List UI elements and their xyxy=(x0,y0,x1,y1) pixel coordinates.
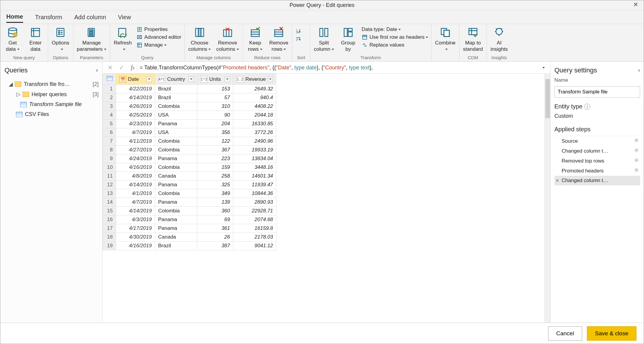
cell-revenue[interactable]: 4408.22 xyxy=(233,102,276,111)
refresh-button[interactable]: Refresh xyxy=(112,26,134,53)
filter-button[interactable] xyxy=(189,77,194,82)
cell-units[interactable]: 349 xyxy=(197,189,233,198)
step-promoted-headers[interactable]: Promoted headers xyxy=(554,166,640,176)
properties-button[interactable]: Properties xyxy=(135,26,182,33)
collapse-queries-button[interactable]: ‹ xyxy=(96,66,98,74)
cell-revenue[interactable]: 2044.18 xyxy=(233,111,276,120)
cell-country[interactable]: Colombia xyxy=(155,163,197,172)
cell-units[interactable]: 361 xyxy=(197,224,233,233)
replace-values-button[interactable]: Replace values xyxy=(360,41,429,49)
enter-data-button[interactable]: Enterdata xyxy=(25,26,46,53)
cell-revenue[interactable]: 3772.26 xyxy=(233,128,276,137)
row-number[interactable]: 9 xyxy=(103,154,116,163)
cell-units[interactable]: 159 xyxy=(197,163,233,172)
cell-units[interactable]: 139 xyxy=(197,198,233,207)
cell-revenue[interactable]: 3448.16 xyxy=(233,163,276,172)
cell-date[interactable]: 4/16/2019 xyxy=(116,242,155,250)
row-number[interactable]: 16 xyxy=(103,215,116,224)
cell-date[interactable]: 4/7/2019 xyxy=(116,198,155,207)
queries-item-transform-sample[interactable]: Transform Sample file xyxy=(3,99,100,109)
fx-icon[interactable]: fx xyxy=(128,64,137,71)
options-button[interactable]: Options xyxy=(50,26,71,53)
gear-icon[interactable] xyxy=(634,158,639,164)
row-number[interactable]: 14 xyxy=(103,198,116,207)
cell-country[interactable]: Panama xyxy=(155,198,197,207)
cell-date[interactable]: 4/26/2019 xyxy=(116,102,155,111)
cell-units[interactable]: 26 xyxy=(197,233,233,242)
cell-units[interactable]: 325 xyxy=(197,181,233,189)
row-number[interactable]: 5 xyxy=(103,120,116,128)
table-row[interactable]: 184/30/2019Canada262178.03 xyxy=(103,233,276,242)
group-by-button[interactable]: Groupby xyxy=(338,26,359,53)
step-changed-column-types-2[interactable]: Changed column t… xyxy=(554,176,640,185)
row-number[interactable]: 11 xyxy=(103,172,116,181)
queries-item-csv-files[interactable]: CSV Files xyxy=(3,109,100,119)
filter-button[interactable] xyxy=(146,77,152,82)
formula-text[interactable]: = Table.TransformColumnTypes(#"Promoted … xyxy=(140,64,536,71)
table-row[interactable]: 124/14/2019Panama32511939.47 xyxy=(103,181,276,189)
get-data-button[interactable]: Getdata xyxy=(2,26,23,53)
table-row[interactable]: 34/26/2019Colombia3104408.22 xyxy=(103,102,276,111)
cell-revenue[interactable]: 2490.96 xyxy=(233,137,276,146)
cell-date[interactable]: 4/11/2019 xyxy=(116,137,155,146)
row-number[interactable]: 3 xyxy=(103,102,116,111)
cell-country[interactable]: Brazil xyxy=(155,93,197,102)
formula-expand-button[interactable] xyxy=(538,64,547,71)
decimal-type-icon[interactable]: 1.2 xyxy=(236,76,244,83)
table-row[interactable]: 194/16/2019Brazil3879041.12 xyxy=(103,242,276,250)
remove-columns-button[interactable]: Removecolumns xyxy=(214,26,241,53)
cell-units[interactable]: 204 xyxy=(197,120,233,128)
cell-date[interactable]: 4/30/2019 xyxy=(116,233,155,242)
formula-cancel-button[interactable]: ✕ xyxy=(106,64,115,71)
cell-date[interactable]: 4/14/2019 xyxy=(116,93,155,102)
cell-country[interactable]: Panama xyxy=(155,224,197,233)
cell-date[interactable]: 4/14/2019 xyxy=(116,207,155,215)
cell-revenue[interactable]: 11939.47 xyxy=(233,181,276,189)
cell-units[interactable]: 90 xyxy=(197,111,233,120)
row-number[interactable]: 15 xyxy=(103,207,116,215)
table-row[interactable]: 54/23/2019Panama20416330.85 xyxy=(103,120,276,128)
cell-units[interactable]: 310 xyxy=(197,102,233,111)
manage-parameters-button[interactable]: Manageparameters xyxy=(75,26,108,53)
row-number[interactable]: 19 xyxy=(103,242,116,250)
date-type-icon[interactable]: 📅 xyxy=(119,76,126,83)
step-changed-column-types-1[interactable]: Changed column t… xyxy=(554,146,640,156)
cell-units[interactable]: 57 xyxy=(197,93,233,102)
cell-country[interactable]: USA xyxy=(155,128,197,137)
table-row[interactable]: 64/7/2019USA3563772.26 xyxy=(103,128,276,137)
use-first-row-button[interactable]: Use first row as headers xyxy=(360,34,429,41)
map-to-standard-button[interactable]: Map tostandard xyxy=(461,26,485,53)
vertical-scrollbar[interactable] xyxy=(544,74,550,323)
close-button[interactable]: ✕ xyxy=(630,1,641,8)
gear-icon[interactable] xyxy=(634,138,639,144)
collapse-arrow-icon[interactable]: ◢ xyxy=(9,81,12,87)
cell-revenue[interactable]: 16330.85 xyxy=(233,120,276,128)
row-number[interactable]: 4 xyxy=(103,111,116,120)
cell-date[interactable]: 4/14/2019 xyxy=(116,181,155,189)
cell-date[interactable]: 4/16/2019 xyxy=(116,163,155,172)
queries-folder-transform[interactable]: ◢ Transform file fro… [2] xyxy=(3,79,100,89)
cell-country[interactable]: Colombia xyxy=(155,207,197,215)
cell-country[interactable]: Panama xyxy=(155,154,197,163)
table-row[interactable]: 134/1/2019Colombia34910844.36 xyxy=(103,189,276,198)
table-row[interactable]: 74/11/2019Colombia1222490.96 xyxy=(103,137,276,146)
advanced-editor-button[interactable]: Advanced editor xyxy=(135,34,182,41)
sort-asc-button[interactable] xyxy=(294,28,302,35)
cell-revenue[interactable]: 10844.36 xyxy=(233,189,276,198)
ai-insights-button[interactable]: AIinsights xyxy=(489,26,510,53)
tab-view[interactable]: View xyxy=(118,12,131,23)
cell-revenue[interactable]: 2178.03 xyxy=(233,233,276,242)
cell-country[interactable]: Colombia xyxy=(155,137,197,146)
row-number[interactable]: 18 xyxy=(103,233,116,242)
cell-units[interactable]: 153 xyxy=(197,85,233,93)
cell-date[interactable]: 4/17/2019 xyxy=(116,224,155,233)
cell-revenue[interactable]: 940.4 xyxy=(233,93,276,102)
row-number[interactable]: 6 xyxy=(103,128,116,137)
cell-units[interactable]: 356 xyxy=(197,128,233,137)
cell-revenue[interactable]: 22928.71 xyxy=(233,207,276,215)
column-header-units[interactable]: 1²3Units xyxy=(197,74,233,85)
cell-date[interactable]: 4/24/2019 xyxy=(116,154,155,163)
table-row[interactable]: 154/14/2019Colombia36022928.71 xyxy=(103,207,276,215)
cell-revenue[interactable]: 2649.32 xyxy=(233,85,276,93)
data-type-button[interactable]: Data type: Date xyxy=(360,26,429,33)
